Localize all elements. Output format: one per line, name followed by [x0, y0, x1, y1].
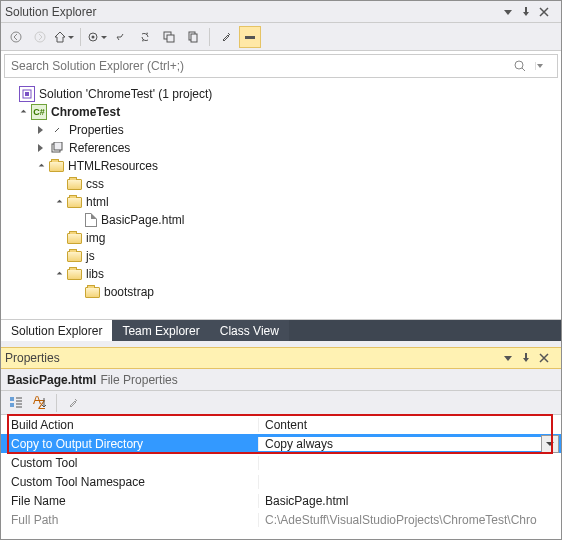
svg-rect-11	[25, 92, 29, 96]
expand-icon[interactable]	[53, 268, 65, 280]
tab-team-explorer[interactable]: Team Explorer	[112, 320, 209, 341]
prop-row-custom-tool-namespace[interactable]: Custom Tool Namespace	[1, 472, 561, 491]
solution-toolbar	[1, 23, 561, 51]
pin-icon[interactable]	[521, 7, 539, 17]
prop-key: Full Path	[1, 513, 259, 527]
expand-icon[interactable]	[53, 196, 65, 208]
solution-icon	[19, 86, 35, 102]
close-icon[interactable]	[539, 353, 557, 363]
home-button[interactable]	[53, 26, 75, 48]
preview-button[interactable]	[239, 26, 261, 48]
prop-key: File Name	[1, 494, 259, 508]
solution-explorer-titlebar: Solution Explorer	[1, 1, 561, 23]
js-folder-node[interactable]: js	[3, 247, 559, 265]
dropdown-button[interactable]	[541, 435, 559, 453]
solution-explorer-title: Solution Explorer	[5, 5, 503, 19]
bootstrap-folder-node[interactable]: bootstrap	[3, 283, 559, 301]
file-node[interactable]: BasicPage.html	[3, 211, 559, 229]
separator	[80, 28, 81, 46]
properties-titlebar: Properties	[1, 347, 561, 369]
folder-icon	[67, 251, 82, 262]
back-button[interactable]	[5, 26, 27, 48]
categorized-button[interactable]	[5, 392, 27, 414]
separator	[209, 28, 210, 46]
tab-class-view[interactable]: Class View	[210, 320, 289, 341]
prop-row-copy-output[interactable]: Copy to Output Directory Copy always	[1, 434, 561, 453]
properties-toolbar: AZ	[1, 391, 561, 415]
forward-button[interactable]	[29, 26, 51, 48]
svg-rect-5	[167, 35, 174, 42]
expand-icon[interactable]	[35, 142, 47, 154]
solution-node[interactable]: Solution 'ChromeTest' (1 project)	[3, 85, 559, 103]
search-box[interactable]	[4, 54, 558, 78]
svg-rect-15	[10, 403, 14, 407]
folder-label: libs	[86, 267, 104, 281]
svg-point-9	[515, 61, 523, 69]
sync-button[interactable]	[134, 26, 156, 48]
libs-folder-node[interactable]: libs	[3, 265, 559, 283]
wrench-icon	[49, 122, 65, 138]
folder-label: css	[86, 177, 104, 191]
svg-rect-13	[54, 142, 62, 150]
folder-label: HTMLResources	[68, 159, 158, 173]
css-folder-node[interactable]: css	[3, 175, 559, 193]
alphabetical-button[interactable]: AZ	[29, 392, 51, 414]
search-dropdown-icon[interactable]	[535, 62, 557, 70]
folder-label: bootstrap	[104, 285, 154, 299]
search-icon[interactable]	[513, 59, 535, 73]
svg-point-0	[11, 32, 21, 42]
expand-icon[interactable]	[35, 124, 47, 136]
properties-object-bar: BasicPage.html File Properties	[1, 369, 561, 391]
prop-row-build-action[interactable]: Build Action Content	[1, 415, 561, 434]
search-input[interactable]	[5, 59, 513, 73]
show-all-files-button[interactable]	[182, 26, 204, 48]
pending-changes-button[interactable]	[110, 26, 132, 48]
expand-icon[interactable]	[35, 160, 47, 172]
window-menu-icon[interactable]	[503, 353, 521, 363]
project-node[interactable]: C# ChromeTest	[3, 103, 559, 121]
properties-button[interactable]	[215, 26, 237, 48]
svg-point-3	[92, 35, 95, 38]
folder-label: img	[86, 231, 105, 245]
prop-value[interactable]: BasicPage.html	[259, 494, 561, 508]
prop-key: Copy to Output Directory	[1, 437, 259, 451]
img-folder-node[interactable]: img	[3, 229, 559, 247]
prop-value: C:\AdeStuff\VisualStudioProjects\ChromeT…	[259, 513, 561, 527]
prop-value[interactable]: Content	[259, 418, 561, 432]
htmlresources-node[interactable]: HTMLResources	[3, 157, 559, 175]
html-folder-node[interactable]: html	[3, 193, 559, 211]
window-menu-icon[interactable]	[503, 7, 521, 17]
prop-row-file-name[interactable]: File Name BasicPage.html	[1, 491, 561, 510]
svg-rect-14	[10, 397, 14, 401]
file-label: BasicPage.html	[101, 213, 184, 227]
folder-icon	[67, 197, 82, 208]
folder-icon	[67, 269, 82, 280]
folder-icon	[85, 287, 100, 298]
properties-object-type: File Properties	[100, 373, 177, 387]
svg-rect-8	[245, 36, 255, 39]
solution-tree: Solution 'ChromeTest' (1 project) C# Chr…	[1, 81, 561, 319]
csharp-project-icon: C#	[31, 104, 47, 120]
solution-panel-tabs: Solution Explorer Team Explorer Class Vi…	[1, 319, 561, 341]
references-node[interactable]: References	[3, 139, 559, 157]
prop-key: Build Action	[1, 418, 259, 432]
separator	[56, 394, 57, 412]
properties-label: Properties	[69, 123, 124, 137]
prop-row-full-path[interactable]: Full Path C:\AdeStuff\VisualStudioProjec…	[1, 510, 561, 529]
prop-row-custom-tool[interactable]: Custom Tool	[1, 453, 561, 472]
folder-icon	[67, 179, 82, 190]
pin-icon[interactable]	[521, 353, 539, 363]
property-pages-button[interactable]	[62, 392, 84, 414]
prop-value[interactable]: Copy always	[259, 437, 541, 451]
folder-label: js	[86, 249, 95, 263]
properties-node[interactable]: Properties	[3, 121, 559, 139]
html-file-icon	[85, 213, 97, 227]
close-icon[interactable]	[539, 7, 557, 17]
properties-grid: Build Action Content Copy to Output Dire…	[1, 415, 561, 529]
properties-title: Properties	[5, 351, 503, 365]
expand-icon[interactable]	[17, 106, 29, 118]
collapse-all-button[interactable]	[158, 26, 180, 48]
svg-rect-7	[191, 34, 197, 42]
scope-button[interactable]	[86, 26, 108, 48]
tab-solution-explorer[interactable]: Solution Explorer	[1, 320, 112, 341]
